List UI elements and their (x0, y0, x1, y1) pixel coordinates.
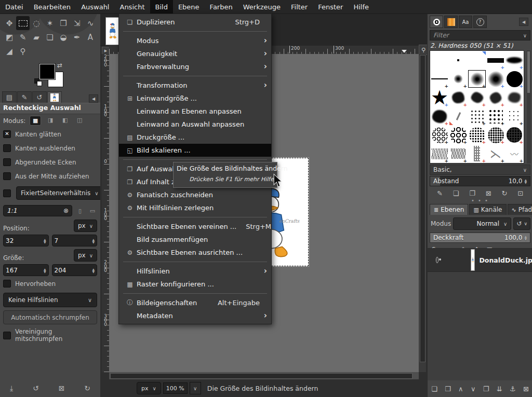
menubar-item-fenster[interactable]: Fenster (313, 0, 348, 13)
menubar-item-datei[interactable]: Datei (0, 0, 29, 13)
edit-brush-button[interactable]: ✎ (437, 189, 443, 197)
brush-cell-specks-b[interactable]: + (486, 107, 505, 126)
brush-cell-cells-b[interactable]: + (449, 126, 468, 144)
opacity-slider[interactable]: Deckkraft 100,0 ▲▼ (430, 232, 530, 243)
brush-cell-blank[interactable] (430, 51, 449, 70)
tab-ebenen[interactable]: ≣Ebenen (430, 204, 468, 215)
text-tool[interactable]: A (84, 30, 97, 44)
menu-item-bild-skalieren[interactable]: ◱Bild skalieren ... (119, 144, 271, 157)
layer-row[interactable]: DonaldDuck.jp (428, 249, 532, 272)
guides-dropdown[interactable]: Keine Hilfslinien ∨ (3, 293, 97, 307)
menubar-item-bearbeiten[interactable]: Bearbeiten (29, 0, 76, 13)
menubar-item-auswahl[interactable]: Auswahl (76, 0, 114, 13)
swap-colors-icon[interactable]: ⇄ (57, 62, 62, 69)
brush-cell-specks-c[interactable]: + (505, 107, 524, 126)
mode-subtract-button[interactable]: ◧ (60, 116, 70, 125)
menubar-item-filter[interactable]: Filter (286, 0, 313, 13)
spinner-arrows-icon[interactable]: ▲▼ (524, 179, 527, 184)
fixed-aspect-button[interactable]: Fixiert Seitenverhältnis ∨ (16, 186, 103, 200)
brush-cell-slash[interactable] (449, 107, 468, 126)
brush-cell-twigs[interactable]: ⋋+ (486, 144, 505, 163)
position-y-field[interactable]: 7 ▲▼ (52, 235, 98, 247)
spinner-arrows-icon[interactable]: ▲▼ (92, 238, 95, 243)
brushes-tab[interactable] (430, 16, 443, 28)
rectangle-select-tool[interactable] (16, 16, 30, 30)
open-brush-as-image-button[interactable]: ⊡ (517, 189, 523, 197)
mode-replace-button[interactable]: ■ (30, 116, 41, 126)
brush-cell-sketch[interactable]: 〰+ (505, 144, 524, 163)
spinner-arrows-icon[interactable]: ▲▼ (44, 238, 46, 243)
brush-cell-splat-b[interactable]: + (468, 88, 486, 107)
delete-tool-options-button[interactable]: ⊠ (59, 384, 65, 392)
brush-cell-star[interactable]: ★+ (430, 88, 449, 107)
brush-cell-splat-a[interactable]: + (449, 88, 468, 107)
clear-icon[interactable]: ⊗ (63, 207, 69, 214)
crop-tool[interactable]: ❐ (57, 16, 70, 30)
new-layer-button[interactable]: ❏ (431, 385, 437, 393)
collapse-dock-button[interactable]: ◀ (519, 18, 528, 26)
menubar-item-ebene[interactable]: Ebene (173, 0, 205, 13)
duplicate-layer-button[interactable]: ❐ (483, 385, 489, 393)
menu-item-bild-zusammenfügen[interactable]: Bild zusammenfügen (119, 233, 271, 246)
merge-down-button[interactable]: ⇊ (497, 385, 502, 393)
delete-layer-button[interactable]: ⊠ (523, 385, 529, 393)
brush-cell-grain-a[interactable]: + (468, 126, 486, 144)
reset-tool-options-button[interactable]: ↻ (84, 384, 90, 392)
brush-cell-soft-m[interactable]: + (468, 70, 486, 88)
vertical-scrollbar[interactable] (419, 54, 426, 372)
brush-group-dropdown[interactable]: Basic, ∨ (430, 165, 530, 175)
brush-grid-scrollbar[interactable] (527, 50, 531, 163)
zoom-dropdown-button[interactable]: ∨ (190, 382, 201, 394)
undo-history-tab[interactable]: ↺ (32, 91, 47, 103)
brush-cell-ellipse[interactable]: + (505, 51, 524, 70)
dodge-burn-tool[interactable]: ◒ (57, 30, 70, 44)
color-picker-tool[interactable]: ◢ (3, 44, 16, 58)
tab-kanaele[interactable]: ▥Kanäle (469, 204, 506, 215)
spinner-arrows-icon[interactable]: ▲▼ (524, 235, 527, 240)
scrollbar-thumb[interactable] (110, 373, 413, 379)
menu-item-bildeigenschaften[interactable]: ⓘBildeigenschaftenAlt+Eingabe (119, 296, 271, 309)
brush-cell-blob[interactable]: + (430, 107, 449, 126)
fuzzy-select-tool[interactable]: ✶ (43, 16, 57, 30)
free-select-tool[interactable]: ◌ (30, 16, 43, 30)
refresh-brushes-button[interactable]: ↻ (501, 189, 507, 197)
brush-spacing-slider[interactable]: Abstand 10,0 ▲▼ (430, 176, 530, 186)
menubar-item-werkzeuge[interactable]: Werkzeuge (238, 0, 286, 13)
brush-cell-grain-c[interactable]: + (505, 126, 524, 144)
brush-cell-blank[interactable] (468, 51, 486, 70)
brush-cell-soft-s[interactable]: + (449, 70, 468, 88)
brush-cell-specks-a[interactable]: + (468, 107, 486, 126)
size-unit-dropdown[interactable]: px ∨ (74, 249, 97, 262)
menubar-item-farben[interactable]: Farben (205, 0, 238, 13)
mode-add-button[interactable]: ◨ (45, 116, 56, 125)
clone-tool[interactable]: ❏ (43, 30, 57, 44)
spinner-arrows-icon[interactable]: ▲▼ (92, 268, 95, 273)
bucket-fill-tool[interactable]: ◩ (3, 30, 16, 44)
spinner-arrows-icon[interactable]: ▲▼ (44, 268, 46, 273)
new-brush-button[interactable]: ❏ (453, 189, 459, 197)
brush-cell-bar[interactable]: + (486, 51, 505, 70)
brush-cell-scratch-a[interactable]: + (430, 144, 449, 163)
highlight-checkbox[interactable] (3, 280, 11, 288)
anchor-layer-button[interactable]: ⚓ (510, 385, 516, 393)
foreground-color-swatch[interactable] (39, 64, 55, 79)
image-tab-thumbnail[interactable] (105, 17, 119, 45)
brush-cell-dashes[interactable]: + (468, 144, 486, 163)
menubar-item-hilfe[interactable]: Hilfe (348, 0, 374, 13)
abgerundete-ecken-checkbox[interactable] (3, 158, 11, 166)
menubar-item-ansicht[interactable]: Ansicht (114, 0, 150, 13)
menu-item-mit-hilfslinien-zerlegen[interactable]: ⚙Mit Hilfslinien zerlegen (119, 201, 271, 214)
shrink-merged-checkbox[interactable] (3, 332, 11, 339)
tool-presets-tab[interactable]: ✎ (17, 91, 32, 103)
brush-cell-splat-c[interactable]: + (486, 88, 505, 107)
brush-cell-soft-l[interactable]: + (486, 70, 505, 88)
menu-item-transformation[interactable]: Transformation› (119, 79, 271, 92)
menu-item-leinwand-an-auswahl-anpassen[interactable]: Leinwand an Auswahl anpassen (119, 118, 271, 131)
menu-item-druckgröße[interactable]: ▤Druckgröße ... (119, 131, 271, 144)
brush-cell-grain-b[interactable]: + (486, 126, 505, 144)
menu-item-sichtbare-ebenen-vereinen[interactable]: Sichtbare Ebenen vereinen ...Strg+M (119, 220, 271, 233)
portrait-orientation-button[interactable]: ▯ (75, 207, 85, 215)
restore-tool-options-button[interactable]: ↺ (33, 384, 39, 392)
eraser-tool[interactable]: ▰ (30, 30, 43, 44)
brush-cell-cells-a[interactable]: + (430, 126, 449, 144)
